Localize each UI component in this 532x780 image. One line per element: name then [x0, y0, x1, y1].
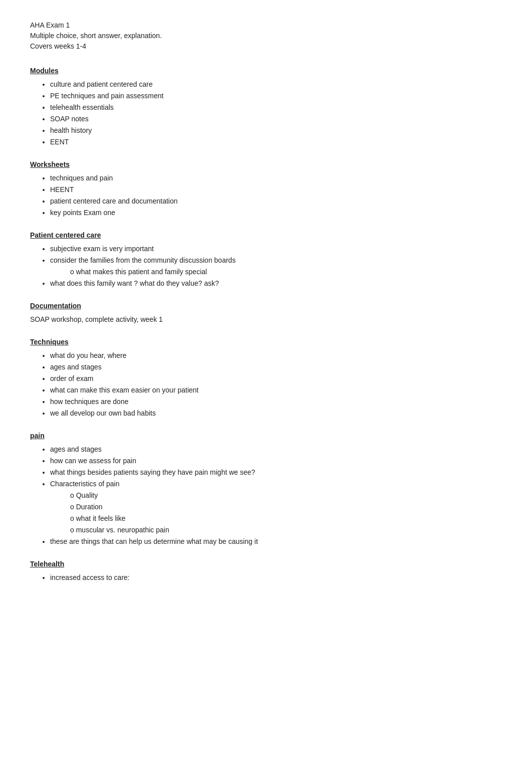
list-item: we all develop our own bad habits [50, 408, 502, 419]
list-item: EENT [50, 137, 502, 147]
sub-list-item: muscular vs. neuropathic pain [70, 525, 502, 535]
list-item: what do you hear, where [50, 350, 502, 361]
list-item: how can we assess for pain [50, 456, 502, 466]
telehealth-list: increased access to care: [30, 572, 502, 583]
sub-list-item: Quality [70, 490, 502, 501]
pain-section: pain ages and stageshow can we assess fo… [30, 431, 502, 547]
list-item: subjective exam is very important [50, 244, 502, 254]
list-item: order of exam [50, 373, 502, 384]
telehealth-title: Telehealth [30, 559, 502, 569]
modules-section: Modules culture and patient centered car… [30, 66, 502, 147]
pain-title: pain [30, 431, 502, 441]
list-item: SOAP notes [50, 114, 502, 124]
pain-list: ages and stageshow can we assess for pai… [30, 444, 502, 547]
list-item: how techniques are done [50, 397, 502, 407]
documentation-title: Documentation [30, 301, 502, 311]
list-item: culture and patient centered care [50, 79, 502, 90]
sub-list: what makes this patient and family speci… [50, 267, 502, 277]
list-item: PE techniques and pain assessment [50, 91, 502, 101]
header-line1: AHA Exam 1 [30, 20, 502, 31]
techniques-list: what do you hear, whereages and stagesor… [30, 350, 502, 419]
list-item: consider the families from the community… [50, 255, 502, 266]
list-item: what things besides patients saying they… [50, 467, 502, 478]
header-line3: Covers weeks 1-4 [30, 41, 502, 52]
list-item: telehealth essentials [50, 102, 502, 113]
telehealth-section: Telehealth increased access to care: [30, 559, 502, 583]
list-item: patient centered care and documentation [50, 196, 502, 207]
list-item: techniques and pain [50, 173, 502, 183]
header-block: AHA Exam 1 Multiple choice, short answer… [30, 20, 502, 52]
modules-list: culture and patient centered carePE tech… [30, 79, 502, 147]
list-item: increased access to care: [50, 572, 502, 583]
techniques-title: Techniques [30, 337, 502, 347]
list-item: Characteristics of pain [50, 479, 502, 489]
patient-centered-care-section: Patient centered care subjective exam is… [30, 230, 502, 289]
sub-list-item: Duration [70, 502, 502, 512]
list-item: health history [50, 125, 502, 136]
modules-title: Modules [30, 66, 502, 76]
worksheets-title: Worksheets [30, 159, 502, 170]
list-item: what does this family want ? what do the… [50, 278, 502, 289]
documentation-subtitle: SOAP workshop, complete activity, week 1 [30, 314, 502, 325]
list-item: these are things that can help us determ… [50, 536, 502, 547]
patient-centered-care-title: Patient centered care [30, 230, 502, 241]
list-item: ages and stages [50, 444, 502, 455]
sub-list-item: what makes this patient and family speci… [70, 267, 502, 277]
techniques-section: Techniques what do you hear, whereages a… [30, 337, 502, 419]
patient-centered-care-list: subjective exam is very importantconside… [30, 244, 502, 289]
worksheets-section: Worksheets techniques and painHEENTpatie… [30, 159, 502, 218]
header-line2: Multiple choice, short answer, explanati… [30, 31, 502, 41]
sub-list: QualityDurationwhat it feels likemuscula… [50, 490, 502, 535]
list-item: what can make this exam easier on your p… [50, 385, 502, 396]
documentation-section: Documentation SOAP workshop, complete ac… [30, 301, 502, 325]
sub-list-item: what it feels like [70, 513, 502, 524]
list-item: HEENT [50, 184, 502, 195]
worksheets-list: techniques and painHEENTpatient centered… [30, 173, 502, 218]
list-item: ages and stages [50, 362, 502, 372]
list-item: key points Exam one [50, 208, 502, 218]
